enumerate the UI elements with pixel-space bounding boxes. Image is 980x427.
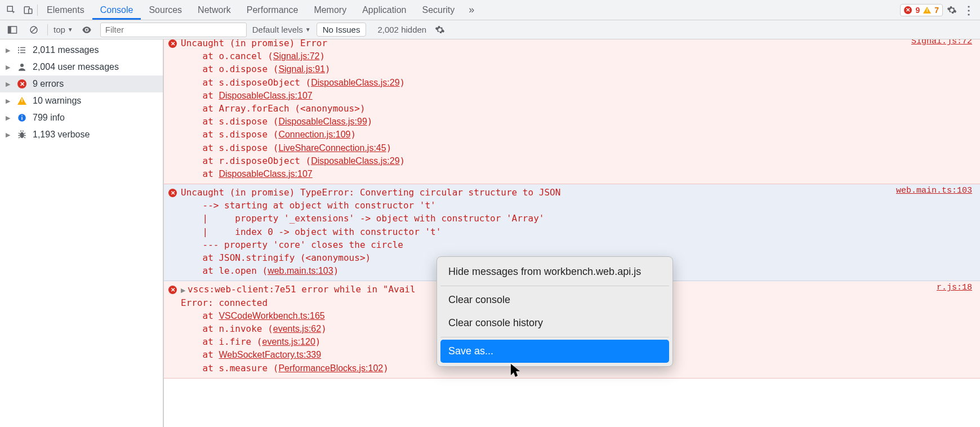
sidebar-item-label: 1,193 verbose — [33, 130, 90, 140]
more-tabs-icon[interactable]: » — [464, 2, 479, 18]
error-count: 9 — [915, 6, 920, 15]
error-icon: ✕ — [168, 284, 177, 294]
svg-point-13 — [20, 132, 24, 139]
separator — [37, 5, 38, 16]
source-link[interactable]: events.js:62 — [273, 324, 321, 333]
hidden-count[interactable]: 2,002 hidden — [377, 25, 426, 34]
sidebar-item-label: 2,004 user messages — [33, 62, 119, 72]
gear-icon[interactable] — [944, 2, 960, 18]
levels-label: Default levels — [252, 25, 303, 34]
chevron-down-icon: ▼ — [68, 26, 73, 33]
chevron-right-icon: ▶ — [6, 47, 11, 54]
tab-elements[interactable]: Elements — [39, 1, 92, 20]
source-link[interactable]: WebSocketFactory.ts:339 — [219, 350, 321, 359]
chevron-right-icon: ▶ — [6, 81, 11, 88]
tab-network[interactable]: Network — [190, 1, 239, 20]
no-issues-button[interactable]: No Issues — [317, 23, 367, 37]
inspect-icon[interactable] — [3, 2, 19, 18]
filter-input-wrap — [100, 23, 247, 37]
sidebar-item-label: 10 warnings — [33, 96, 81, 106]
svg-rect-11 — [21, 117, 23, 120]
svg-point-8 — [18, 52, 19, 53]
warning-count: 7 — [934, 6, 939, 15]
error-icon: ✕ — [168, 39, 177, 48]
svg-rect-3 — [8, 26, 11, 33]
tab-application[interactable]: Application — [354, 1, 414, 20]
source-link[interactable]: Signal.js:72 — [911, 39, 972, 46]
user-icon — [17, 62, 27, 72]
sidebar-item-user[interactable]: ▶2,004 user messages — [0, 59, 163, 75]
status-badge[interactable]: ✕9 7 — [900, 4, 943, 16]
svg-point-6 — [18, 47, 19, 48]
console-sidebar: ▶2,011 messages▶2,004 user messages▶✕9 e… — [0, 39, 163, 427]
clear-console-icon[interactable] — [26, 22, 42, 38]
err-icon: ✕ — [17, 79, 27, 89]
tab-sources[interactable]: Sources — [141, 1, 190, 20]
sidebar-item-warn[interactable]: ▶10 warnings — [0, 92, 163, 109]
context-label: top — [54, 25, 65, 34]
menu-item[interactable]: Clear console history — [440, 312, 669, 335]
sidebar-item-err[interactable]: ▶✕9 errors — [0, 75, 163, 92]
sidebar-item-info[interactable]: ▶799 info — [0, 109, 163, 126]
sidebar-item-label: 9 errors — [33, 79, 64, 89]
source-link[interactable]: DisposableClass.js:107 — [219, 169, 312, 179]
chevron-right-icon[interactable]: ▶ — [181, 286, 186, 295]
source-link[interactable]: DisposableClass.js:99 — [278, 117, 367, 126]
sidebar-item-label: 2,011 messages — [33, 45, 99, 55]
context-menu: Hide messages from workbench.web.api.jsC… — [436, 256, 673, 367]
menu-item[interactable]: Save as... — [440, 340, 669, 363]
levels-select[interactable]: Default levels ▼ — [252, 25, 311, 34]
tab-console[interactable]: Console — [92, 1, 141, 20]
menu-item[interactable]: Clear console — [440, 288, 669, 312]
devtools-tabs: ElementsConsoleSourcesNetworkPerformance… — [0, 0, 980, 20]
source-link[interactable]: events.js:120 — [262, 337, 315, 346]
console-toolbar: top ▼ Default levels ▼ No Issues 2,002 h… — [0, 20, 980, 39]
sidebar-toggle-icon[interactable] — [5, 22, 20, 38]
source-link[interactable]: PerformanceBlocks.js:102 — [278, 363, 383, 373]
source-link[interactable]: Connection.js:109 — [278, 130, 350, 139]
context-select[interactable]: top ▼ — [54, 25, 73, 34]
source-link[interactable]: DisposableClass.js:29 — [311, 78, 399, 87]
sidebar-item-label: 799 info — [33, 113, 65, 123]
list-icon — [17, 45, 27, 55]
source-link[interactable]: LiveShareConnection.js:45 — [278, 143, 386, 153]
tab-security[interactable]: Security — [414, 1, 462, 20]
source-link[interactable]: Signal.js:91 — [278, 64, 325, 74]
kebab-icon[interactable]: ⋮ — [961, 2, 977, 18]
svg-point-9 — [20, 64, 24, 67]
source-link[interactable]: r.js:18 — [937, 283, 972, 292]
chevron-right-icon: ▶ — [6, 64, 11, 71]
device-toggle-icon[interactable] — [20, 2, 36, 18]
source-link[interactable]: VSCodeWorkbench.ts:165 — [219, 311, 324, 321]
source-link[interactable]: Signal.js:72 — [273, 51, 320, 61]
chevron-right-icon: ▶ — [6, 114, 11, 122]
console-settings-icon[interactable] — [432, 22, 448, 38]
filter-input[interactable] — [100, 23, 247, 37]
log-text: Uncaught (in promise) Error at o.cancel … — [168, 39, 972, 180]
console-main: ▶2,011 messages▶2,004 user messages▶✕9 e… — [0, 39, 980, 427]
source-link[interactable]: DisposableClass.js:29 — [311, 156, 399, 166]
source-link[interactable]: web.main.ts:103 — [896, 186, 972, 195]
sidebar-item-bug[interactable]: ▶1,193 verbose — [0, 126, 163, 143]
tab-performance[interactable]: Performance — [239, 1, 306, 20]
sidebar-item-list[interactable]: ▶2,011 messages — [0, 42, 163, 59]
separator — [47, 24, 48, 35]
separator — [440, 337, 669, 337]
tab-memory[interactable]: Memory — [306, 1, 354, 20]
console-log: ✕Signal.js:72Uncaught (in promise) Error… — [163, 39, 980, 427]
bug-icon — [17, 130, 27, 140]
svg-rect-12 — [21, 115, 23, 117]
source-link[interactable]: DisposableClass.js:107 — [219, 91, 312, 100]
chevron-right-icon: ▶ — [6, 131, 11, 139]
error-icon: ✕ — [168, 187, 177, 197]
warn-icon — [17, 96, 27, 106]
menu-item[interactable]: Hide messages from workbench.web.api.js — [440, 260, 669, 283]
svg-point-7 — [18, 50, 19, 51]
live-expression-icon[interactable] — [79, 22, 95, 38]
separator — [440, 286, 669, 286]
chevron-down-icon: ▼ — [305, 26, 311, 33]
source-link[interactable]: web.main.ts:103 — [268, 266, 333, 275]
warning-icon — [923, 7, 931, 14]
log-entry[interactable]: ✕Signal.js:72Uncaught (in promise) Error… — [164, 39, 980, 184]
svg-rect-1 — [29, 8, 32, 13]
